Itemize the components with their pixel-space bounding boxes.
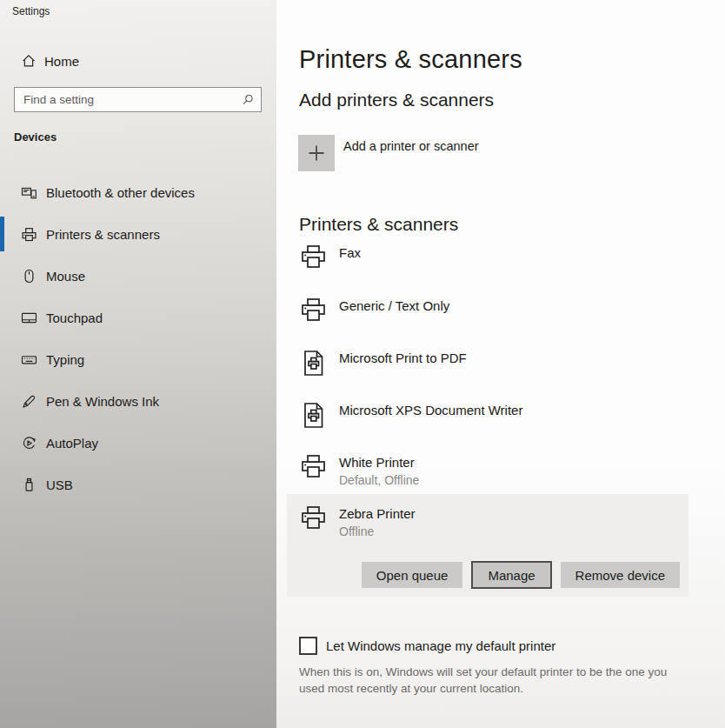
add-printer-button[interactable]: Add a printer or scanner (298, 135, 479, 171)
sidebar-section-devices: Devices (14, 130, 57, 144)
add-section-heading: Add printers & scanners (299, 90, 494, 110)
sidebar-item-mouse[interactable]: Mouse (0, 255, 276, 297)
page-title: Printers & scanners (299, 45, 522, 74)
printer-name: Generic / Text Only (339, 297, 449, 314)
default-printer-description: When this is on, Windows will set your d… (299, 664, 688, 697)
document-printer-icon (299, 349, 328, 377)
printer-icon (299, 453, 328, 482)
printer-name: Microsoft Print to PDF (339, 349, 467, 366)
printer-name: Fax (339, 244, 361, 261)
printer-icon (299, 297, 328, 325)
printer-icon (299, 504, 328, 533)
home-icon (21, 53, 37, 69)
sidebar-item-label: Mouse (46, 269, 85, 284)
sidebar-accent-bar (0, 217, 4, 251)
sidebar: Settings Home Devices (0, 0, 276, 728)
sidebar-item-pen[interactable]: Pen & Windows Ink (0, 380, 276, 422)
sidebar-item-home[interactable]: Home (21, 50, 79, 71)
printers-section-heading: Printers & scanners (299, 214, 458, 235)
sidebar-item-printers[interactable]: Printers & scanners (0, 213, 276, 255)
sidebar-nav: Bluetooth & other devices Printers & sca… (0, 171, 276, 505)
sidebar-item-label: USB (46, 478, 73, 492)
autoplay-icon (21, 435, 37, 451)
printer-row-fax[interactable]: Fax (299, 244, 361, 272)
printer-icon (299, 244, 328, 272)
sidebar-item-label: Printers & scanners (46, 227, 160, 242)
document-printer-icon (299, 401, 328, 430)
printer-status: Offline (339, 524, 416, 539)
printer-row-zebra-selected[interactable]: Zebra Printer Offline Open queue Manage … (287, 494, 688, 597)
sidebar-item-typing[interactable]: Typing (0, 338, 276, 380)
printers-scanners-page: Printers & scanners Add printers & scann… (276, 0, 725, 728)
keyboard-icon (21, 351, 37, 368)
sidebar-item-label: Bluetooth & other devices (46, 185, 195, 200)
sidebar-item-touchpad[interactable]: Touchpad (0, 297, 276, 338)
sidebar-item-label: Typing (46, 352, 84, 367)
sidebar-item-bluetooth[interactable]: Bluetooth & other devices (0, 171, 276, 213)
manage-button[interactable]: Manage (471, 561, 551, 589)
bluetooth-devices-icon (21, 184, 37, 201)
printer-name: White Printer (339, 453, 419, 471)
printer-name: Zebra Printer (339, 504, 416, 522)
search-box (14, 87, 262, 112)
remove-device-button[interactable]: Remove device (561, 562, 680, 588)
mouse-icon (21, 268, 37, 284)
default-printer-checkbox[interactable] (299, 637, 317, 655)
default-printer-toggle-row: Let Windows manage my default printer (299, 637, 555, 655)
sidebar-item-label: Touchpad (46, 311, 103, 325)
printer-status: Default, Offline (339, 472, 419, 488)
printer-icon (21, 226, 37, 243)
settings-window: Settings Home Devices (0, 0, 725, 728)
home-label: Home (44, 54, 79, 69)
search-icon (242, 94, 254, 106)
window-title: Settings (12, 5, 50, 17)
printer-name: Microsoft XPS Document Writer (339, 401, 522, 418)
sidebar-item-label: AutoPlay (46, 436, 98, 451)
default-printer-checkbox-label: Let Windows manage my default printer (326, 638, 555, 653)
plus-icon (298, 135, 335, 171)
printer-row-white[interactable]: White Printer Default, Offline (299, 453, 419, 488)
printer-actions: Open queue Manage Remove device (362, 561, 680, 589)
open-queue-button[interactable]: Open queue (362, 562, 463, 588)
pen-icon (21, 393, 37, 410)
printer-row-zebra[interactable]: Zebra Printer Offline (299, 504, 416, 539)
usb-icon (21, 477, 37, 493)
sidebar-item-autoplay[interactable]: AutoPlay (0, 422, 276, 464)
sidebar-item-label: Pen & Windows Ink (46, 394, 159, 409)
add-printer-label: Add a printer or scanner (343, 135, 479, 153)
printer-row-generic[interactable]: Generic / Text Only (299, 297, 449, 325)
printer-row-pdf[interactable]: Microsoft Print to PDF (299, 349, 467, 377)
search-input[interactable] (15, 93, 242, 106)
sidebar-item-usb[interactable]: USB (0, 464, 276, 505)
printer-row-xps[interactable]: Microsoft XPS Document Writer (299, 401, 522, 430)
touchpad-icon (21, 310, 37, 326)
